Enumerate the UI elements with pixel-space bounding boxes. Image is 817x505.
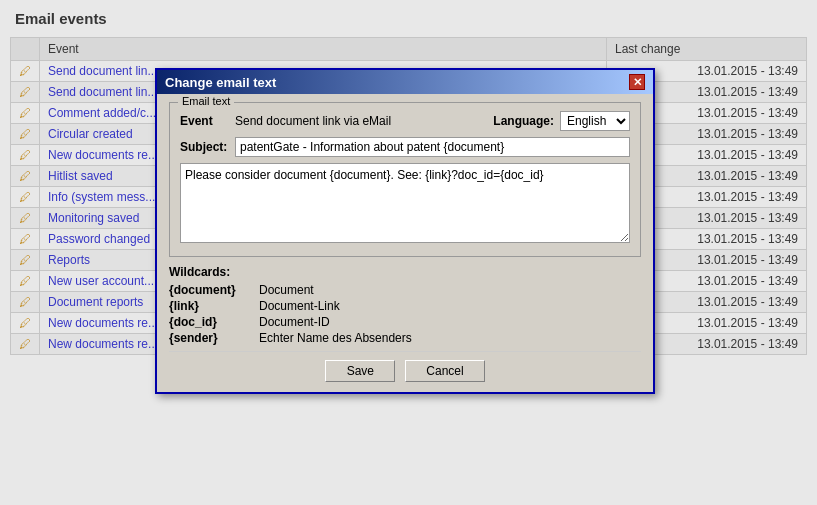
subject-row: Subject:	[180, 137, 630, 157]
event-value: Send document link via eMail	[235, 114, 493, 128]
wildcard-row: {sender} Echter Name des Absenders	[169, 331, 641, 345]
dialog-buttons: Save Cancel	[169, 360, 641, 382]
save-button[interactable]: Save	[325, 360, 395, 382]
subject-input[interactable]	[235, 137, 630, 157]
subject-label: Subject:	[180, 140, 235, 154]
cancel-button[interactable]: Cancel	[405, 360, 484, 382]
wildcard-value: Document-Link	[259, 299, 340, 313]
dialog-title: Change email text	[165, 75, 276, 90]
wildcard-row: {document} Document	[169, 283, 641, 297]
dialog-body: Email text Event Send document link via …	[157, 94, 653, 392]
modal-overlay: Change email text ✕ Email text Event Sen…	[0, 0, 817, 505]
wildcards-section: Wildcards: {document} Document {link} Do…	[169, 265, 641, 345]
wildcard-value: Echter Name des Absenders	[259, 331, 412, 345]
email-text-group: Email text Event Send document link via …	[169, 102, 641, 257]
change-email-dialog: Change email text ✕ Email text Event Sen…	[155, 68, 655, 394]
group-legend: Email text	[178, 95, 234, 107]
language-select[interactable]: EnglishGermanFrench	[560, 111, 630, 131]
wildcard-key: {sender}	[169, 331, 259, 345]
wildcard-key: {document}	[169, 283, 259, 297]
wildcard-row: {link} Document-Link	[169, 299, 641, 313]
wildcard-value: Document-ID	[259, 315, 330, 329]
dialog-close-button[interactable]: ✕	[629, 74, 645, 90]
body-textarea[interactable]	[180, 163, 630, 243]
dialog-titlebar: Change email text ✕	[157, 70, 653, 94]
event-label: Event	[180, 114, 235, 128]
wildcard-value: Document	[259, 283, 314, 297]
wildcard-key: {doc_id}	[169, 315, 259, 329]
wildcards-container: {document} Document {link} Document-Link…	[169, 283, 641, 345]
wildcards-title: Wildcards:	[169, 265, 641, 279]
language-label: Language:	[493, 114, 554, 128]
wildcard-key: {link}	[169, 299, 259, 313]
event-row: Event Send document link via eMail Langu…	[180, 111, 630, 131]
wildcard-row: {doc_id} Document-ID	[169, 315, 641, 329]
